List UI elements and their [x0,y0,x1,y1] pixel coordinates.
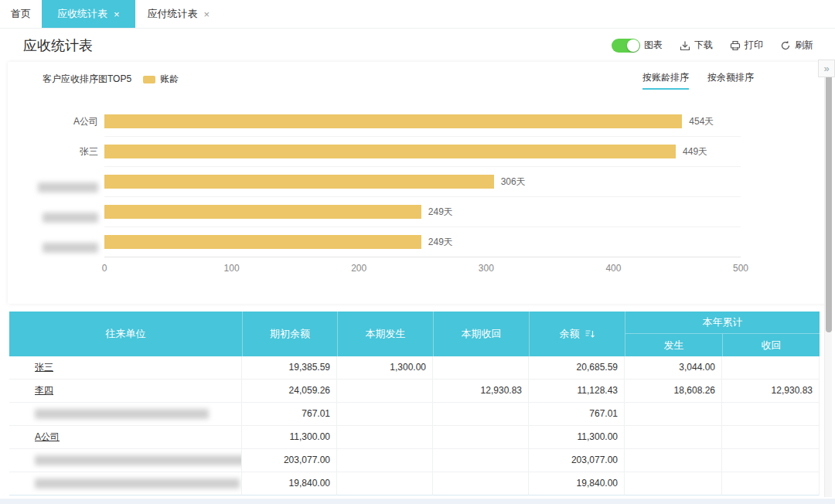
category-label: 张三 [9,137,98,167]
cell-ytd-incurred [625,403,722,426]
col-header-ytd-incurred[interactable]: 发生 [625,334,722,356]
tab-payable-report[interactable]: 应付统计表 × [135,0,223,28]
x-tick: 0 [102,263,107,274]
cell-current-received: 12,930.83 [433,380,529,403]
col-header-company[interactable]: 往来单位 [9,312,242,356]
cell-current-received [433,426,529,449]
tab-receivable-label: 应收统计表 [57,7,107,21]
cell-opening: 11,300.00 [242,426,337,449]
category-label-redacted [9,227,98,257]
cell-ytd-incurred [625,472,722,495]
cell-balance: 767.01 [529,403,625,426]
col-header-balance[interactable]: 余额 [529,312,625,356]
print-button[interactable]: 打印 [730,39,763,52]
bar-value-label: 306天 [501,175,526,189]
legend-label: 账龄 [160,73,179,86]
cell-current-received [433,472,529,495]
cell-ytd-received [722,426,820,449]
cell-current-incurred [337,403,433,426]
cell-opening: 767.01 [242,403,337,426]
cell-opening: 19,840.00 [242,472,337,495]
refresh-label: 刷新 [795,39,813,52]
sort-by-balance-link[interactable]: 按余额排序 [707,71,754,90]
cell-ytd-incurred: 18,608.26 [625,380,722,403]
printer-icon [730,40,741,51]
cell-opening: 19,385.59 [242,356,337,380]
cell-current-incurred: 1,300.00 [337,356,433,380]
cell-ytd-incurred [625,449,722,472]
cell-ytd-received [722,449,820,472]
age-bar[interactable]: 449天 [104,145,676,158]
bottom-scroll-strip [0,499,835,504]
x-tick: 200 [351,263,366,274]
download-button[interactable]: 下载 [680,39,713,52]
age-bar[interactable]: 306天 [104,175,494,189]
age-bar[interactable]: 249天 [104,205,421,219]
cell-ytd-received [722,472,820,495]
sort-descending-icon[interactable] [584,329,595,339]
scrollbar-thumb[interactable] [826,66,832,332]
bar-chart-plot: A公司 454天 张三 449天 306天 249天 [104,107,741,257]
sort-by-age-link[interactable]: 按账龄排序 [642,71,689,90]
col-header-current-incurred[interactable]: 本期发生 [337,312,433,356]
cell-balance: 11,128.43 [529,380,625,403]
double-chevron-right-icon[interactable]: » [818,60,835,77]
chart-toggle-group: 图表 [612,39,663,53]
close-icon[interactable]: × [204,9,210,20]
cell-ytd-received [722,356,820,380]
bar-value-label: 249天 [428,205,453,219]
company-link[interactable]: A公司 [35,431,60,442]
refresh-button[interactable]: 刷新 [780,39,813,52]
download-icon [680,40,690,51]
cell-opening: 203,077.00 [242,449,337,472]
table-row-company-redacted [9,472,242,495]
bar-value-label: 454天 [689,114,714,128]
cell-current-received [433,356,529,380]
company-link[interactable]: 张三 [35,362,53,373]
close-icon[interactable]: × [114,9,120,20]
legend-swatch [143,76,155,83]
age-bar[interactable]: 454天 [104,114,682,128]
category-label-redacted [9,197,98,227]
col-header-opening-balance[interactable]: 期初余额 [242,312,337,356]
page-title: 应收统计表 [23,36,93,55]
cell-current-incurred [337,380,433,403]
chart-title: 客户应收排序图TOP5 [43,73,131,86]
chart-toggle-switch[interactable] [612,39,640,53]
category-label: A公司 [9,107,98,137]
company-link[interactable]: 李四 [35,385,53,396]
vertical-scrollbar[interactable] [824,66,832,497]
bar-value-label: 449天 [683,145,707,158]
col-header-current-received[interactable]: 本期收回 [433,312,529,356]
chart-legend[interactable]: 账龄 [143,73,179,86]
x-axis: 0 100 200 300 400 500 [104,257,741,276]
cell-current-incurred [337,426,433,449]
cell-ytd-incurred: 3,044.00 [625,356,722,380]
x-tick: 100 [224,263,240,274]
col-header-balance-label: 余额 [560,327,580,341]
tab-bar: 首页 应收统计表 × 应付统计表 × [0,0,835,29]
x-tick: 500 [733,263,748,274]
tab-home[interactable]: 首页 [0,0,42,28]
age-bar[interactable]: 249天 [104,235,421,249]
chart-sort-links: 按账龄排序 按余额排序 [642,71,754,90]
table-body: 张三 19,385.59 1,300.00 20,685.59 3,044.00… [9,356,820,495]
chart-header: 客户应收排序图TOP5 账龄 按账龄排序 按余额排序 [8,62,827,96]
bar-row: 张三 449天 [104,137,741,167]
tab-receivable-report[interactable]: 应收统计表 × [42,0,135,28]
table-row-company: 张三 [9,356,242,380]
cell-balance: 11,300.00 [529,426,625,449]
title-bar: 应收统计表 图表 下载 打印 刷新 [0,29,835,62]
cell-opening: 24,059.26 [242,380,337,403]
table-row-company-redacted [9,449,242,472]
receivable-table: 往来单位 期初余额 本期发生 本期收回 余额 本年累计 发生 收回 张三 19,… [9,312,820,495]
cell-current-received [433,449,529,472]
table-row-company: 李四 [9,380,242,403]
cell-balance: 19,840.00 [529,472,625,495]
x-tick: 400 [605,263,621,274]
table-header: 往来单位 期初余额 本期发生 本期收回 余额 本年累计 发生 收回 [9,312,820,356]
print-label: 打印 [745,39,763,52]
toggle-knob [627,39,639,52]
col-header-ytd-received[interactable]: 收回 [722,334,820,356]
chart-toggle-label: 图表 [644,39,663,52]
